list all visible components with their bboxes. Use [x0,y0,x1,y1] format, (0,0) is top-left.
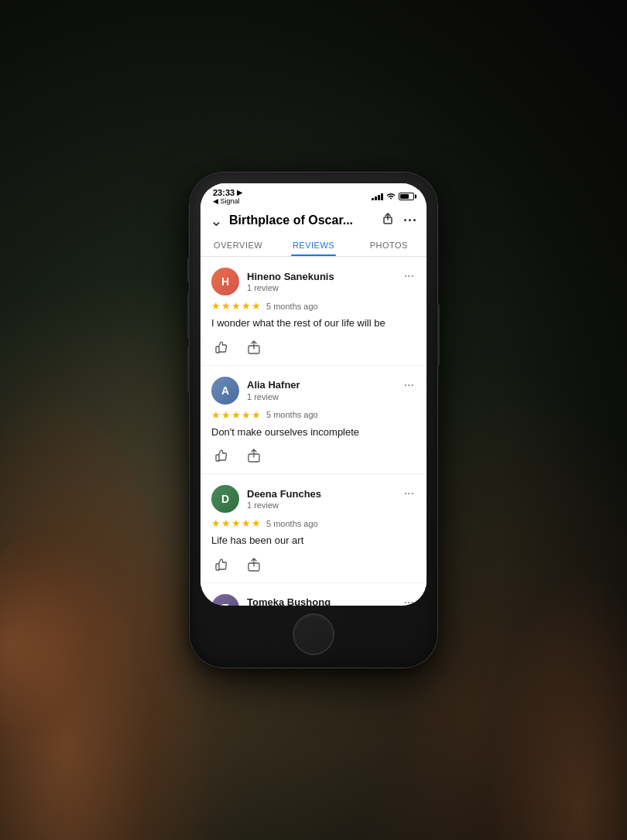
thumbs-up-icon [214,449,228,463]
thumbs-up-icon [214,340,228,354]
avatar: H [211,268,239,295]
share-icon [247,340,261,354]
signal-bar-4 [381,193,383,200]
review-timestamp: 5 months ago [266,410,318,419]
avatar: D [211,485,239,513]
phone-device: 23:33 ▶ ◀ Signal [190,172,437,668]
reviewer-name: Tomeka Bushong [247,596,331,606]
volume-down-button [187,347,190,393]
review-rating-row: ★★★★★ 5 months ago [211,300,416,312]
reviewer-details: Alia Hafner 1 review [247,379,300,401]
reviewer-name: Deena Funches [247,488,321,501]
star-rating: ★★★★★ [211,409,262,421]
header-actions: ··· [382,213,417,229]
thumbs-up-icon [214,558,228,572]
power-button [437,304,440,366]
review-item: T Tomeka Bushong 1 review ··· ★★★★★ 5 mo… [200,583,427,606]
review-item: D Deena Funches 1 review ··· ★★★★★ 5 mon… [200,474,427,583]
reviewer-name: Hineno Sanekunis [247,271,334,284]
avatar: T [211,594,239,606]
like-button[interactable] [211,337,231,357]
tab-photos[interactable]: PHOTOS [351,234,427,256]
like-button[interactable] [211,555,231,575]
review-header: T Tomeka Bushong 1 review ··· [211,594,416,606]
carrier-label: ◀ Signal [213,197,242,205]
tab-bar: OVERVIEW REVIEWS PHOTOS [200,234,427,257]
signal-bar-2 [375,196,377,200]
signal-bar-3 [378,195,380,200]
reviewer-info: A Alia Hafner 1 review [211,377,300,405]
review-body: Don't make ourselves incomplete [211,425,416,440]
back-button[interactable]: ⌄ [210,211,223,230]
reviewer-details: Deena Funches 1 review [247,488,321,510]
wifi-icon [386,192,396,201]
reviewer-count: 1 review [247,392,300,401]
tab-reviews[interactable]: REVIEWS [276,234,351,256]
share-review-button[interactable] [244,555,264,575]
share-review-button[interactable] [244,446,264,466]
status-time: 23:33 ▶ [213,188,242,197]
status-bar: 23:33 ▶ ◀ Signal [200,183,427,207]
share-review-button[interactable] [244,337,264,357]
battery-icon [399,193,414,200]
review-rating-row: ★★★★★ 5 months ago [211,517,416,529]
review-item: H Hineno Sanekunis 1 review ··· ★★★★★ 5 … [200,257,427,366]
share-button[interactable] [382,213,394,228]
review-item: A Alia Hafner 1 review ··· ★★★★★ 5 month… [200,366,427,475]
signal-strength-icon [372,193,383,200]
more-options-button[interactable]: ··· [403,213,417,229]
star-rating: ★★★★★ [211,300,262,312]
review-header: H Hineno Sanekunis 1 review ··· [211,268,416,295]
review-actions [211,446,416,466]
tab-overview[interactable]: OVERVIEW [200,234,276,256]
review-actions [211,555,416,575]
reviewer-count: 1 review [247,500,321,510]
review-more-button[interactable]: ··· [403,485,416,502]
battery-fill [400,194,409,199]
review-more-button[interactable]: ··· [403,268,416,285]
star-rating: ★★★★★ [211,517,262,529]
app-header: ⌄ Birthplace of Oscar... ··· [200,207,427,234]
review-body: Life has been our art [211,533,416,548]
status-left: 23:33 ▶ ◀ Signal [213,188,242,205]
reviewer-info: D Deena Funches 1 review [211,485,321,513]
reviewer-details: Hineno Sanekunis 1 review [247,271,334,293]
like-button[interactable] [211,446,231,466]
volume-up-button [187,292,190,339]
reviewer-details: Tomeka Bushong 1 review [247,596,331,606]
home-button[interactable] [294,615,333,654]
reviews-list: H Hineno Sanekunis 1 review ··· ★★★★★ 5 … [200,257,427,606]
review-body: I wonder what the rest of our life will … [211,316,416,331]
reviewer-info: T Tomeka Bushong 1 review [211,594,331,606]
review-timestamp: 5 months ago [266,519,318,528]
phone-screen: 23:33 ▶ ◀ Signal [200,183,427,606]
review-actions [211,337,416,357]
mute-button [187,258,190,282]
reviewer-count: 1 review [247,283,334,292]
status-right [372,192,414,201]
review-header: D Deena Funches 1 review ··· [211,485,416,513]
reviewer-name: Alia Hafner [247,379,300,392]
review-timestamp: 5 months ago [266,302,318,311]
review-header: A Alia Hafner 1 review ··· [211,377,416,405]
share-icon [247,449,261,463]
review-more-button[interactable]: ··· [403,377,416,394]
avatar: A [211,377,239,405]
review-rating-row: ★★★★★ 5 months ago [211,409,416,421]
location-icon: ▶ [237,189,242,196]
page-title: Birthplace of Oscar... [229,213,375,227]
signal-bar-1 [372,198,374,200]
reviewer-info: H Hineno Sanekunis 1 review [211,268,334,295]
time-display: 23:33 [213,188,235,197]
share-icon [247,558,261,572]
